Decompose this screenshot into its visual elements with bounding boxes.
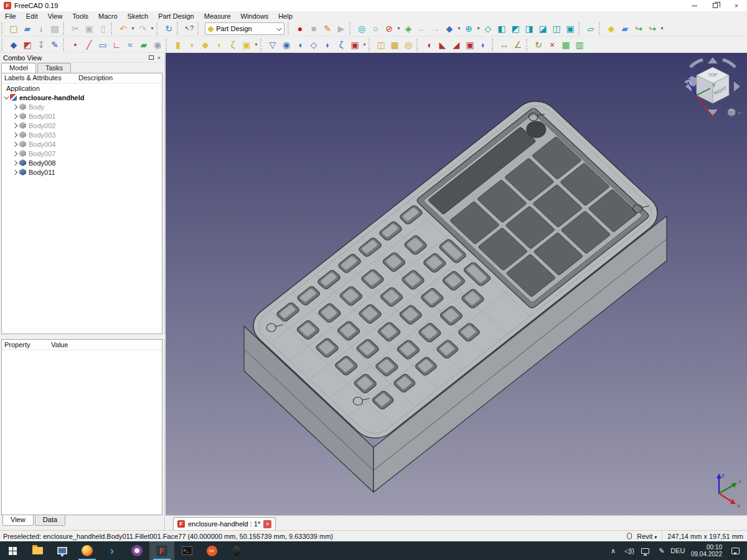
refresh-button[interactable]: ↻ <box>162 22 176 35</box>
tree-item-body[interactable]: Body <box>2 102 162 111</box>
additive-primitive-button[interactable]: ▣ <box>240 38 253 52</box>
measure-distance-button[interactable]: ▱ <box>584 22 598 35</box>
subtractive-pipe-button[interactable]: ◗ <box>321 38 334 52</box>
volume-icon[interactable]: ◁)) <box>622 547 636 555</box>
open-document-button[interactable]: ▰ <box>21 22 34 35</box>
subtractive-primitive-dropdown[interactable]: ▾ <box>362 38 367 52</box>
menu-measure[interactable]: Measure <box>199 12 236 21</box>
boolean-button[interactable]: ◐ <box>477 38 491 52</box>
chamfer-button[interactable]: ◣ <box>436 38 449 52</box>
nav-style-selector[interactable]: Revit ▾ <box>637 533 657 540</box>
tab-data[interactable]: Data <box>35 515 65 526</box>
tree-item-body008[interactable]: Body008 <box>2 158 162 167</box>
menu-part-design[interactable]: Part Design <box>153 12 199 21</box>
dock-close-button[interactable]: × <box>157 55 161 61</box>
pocket-button[interactable]: ▽ <box>266 38 280 52</box>
tree-item-body011[interactable]: Body011 <box>2 167 162 177</box>
view-axonometric-button[interactable]: ◇ <box>481 22 495 35</box>
polar-pattern-button[interactable]: ◎ <box>402 38 415 52</box>
macro-stop-button[interactable]: ■ <box>307 22 321 35</box>
zoom-tools-dropdown[interactable]: ▾ <box>476 22 481 35</box>
hole-button[interactable]: ◉ <box>280 38 293 52</box>
view-bottom-button[interactable]: ◫ <box>550 22 563 35</box>
menu-sketch[interactable]: Sketch <box>123 12 154 21</box>
whats-this-button[interactable]: ↖? <box>182 22 196 35</box>
pen-icon[interactable]: ✎ <box>655 547 669 555</box>
dock-splitter[interactable] <box>0 334 165 339</box>
view-right-button[interactable]: ◨ <box>522 22 536 35</box>
taskbar-screenshot-tool[interactable]: ✂ <box>199 541 224 560</box>
print-button[interactable]: ▤ <box>48 22 62 35</box>
taskbar-freecad[interactable]: F <box>149 541 174 560</box>
copy-button[interactable]: ▣ <box>82 22 96 35</box>
expand-icon[interactable] <box>12 123 17 128</box>
taskbar-start-button[interactable] <box>0 541 25 560</box>
taskbar-terminal[interactable]: >_ <box>174 541 199 560</box>
additive-primitive-dropdown[interactable]: ▾ <box>253 38 259 52</box>
menu-help[interactable]: Help <box>273 12 298 21</box>
taskbar-firefox[interactable] <box>75 541 100 560</box>
view-left-button[interactable]: ▣ <box>563 22 577 35</box>
edit-sketch-button[interactable]: ✎ <box>48 38 62 52</box>
menu-file[interactable]: File <box>0 12 21 21</box>
workbench-selector[interactable]: ◆Part Design <box>205 22 284 35</box>
keyboard-layout[interactable]: DEU <box>671 547 685 554</box>
redo-button[interactable]: ↷ <box>136 22 149 35</box>
view-front-button[interactable]: ◧ <box>495 22 509 35</box>
nav-back-button[interactable]: ← <box>415 22 429 35</box>
clock[interactable]: 00:10 09.04.2022 <box>687 544 726 558</box>
expand-icon[interactable] <box>12 151 17 156</box>
draft-button[interactable]: ◢ <box>449 38 463 52</box>
expand-icon[interactable] <box>12 141 17 146</box>
network-icon[interactable] <box>639 548 652 554</box>
measure-linear-button[interactable]: ↔ <box>497 38 511 52</box>
draw-style-dropdown[interactable]: ▾ <box>396 22 402 35</box>
measure-toggle-dimensions-button[interactable]: ▥ <box>573 38 586 52</box>
mirrored-button[interactable]: ◫ <box>374 38 388 52</box>
carbon-copy-button[interactable]: ◉ <box>151 38 164 52</box>
sketch-rectangle-button[interactable]: ▭ <box>96 38 110 52</box>
view-zoom-cube-button[interactable]: ◈ <box>402 22 415 35</box>
macro-play-button[interactable]: ▶ <box>334 22 348 35</box>
set-view-button[interactable]: ◆ <box>443 22 456 35</box>
menu-view[interactable]: View <box>43 12 68 21</box>
make-link-button[interactable]: ↪ <box>632 22 646 35</box>
menu-tools[interactable]: Tools <box>67 12 93 21</box>
view-top-button[interactable]: ◩ <box>509 22 522 35</box>
groove-button[interactable]: ◖ <box>293 38 307 52</box>
thickness-button[interactable]: ▣ <box>463 38 477 52</box>
collapse-icon[interactable] <box>4 94 9 99</box>
measure-angular-button[interactable]: ∠ <box>511 38 525 52</box>
measure-clear-all-button[interactable]: × <box>545 38 559 52</box>
make-sub-link-dropdown[interactable]: ▾ <box>659 22 665 35</box>
dock-float-button[interactable] <box>149 55 154 61</box>
expand-icon[interactable] <box>12 113 17 118</box>
tab-tasks[interactable]: Tasks <box>37 63 71 73</box>
tab-model[interactable]: Model <box>1 63 36 73</box>
tree-root-application[interactable]: Application <box>2 83 162 93</box>
expand-icon[interactable] <box>12 160 17 165</box>
revolution-button[interactable]: ◖ <box>185 38 199 52</box>
sketch-face-button[interactable]: ▰ <box>137 38 151 52</box>
document-tab[interactable]: F enclosure-handheld : 1* × <box>173 517 276 530</box>
macro-record-button[interactable]: ● <box>293 22 307 35</box>
tray-expand-icon[interactable]: ∧ <box>606 547 620 555</box>
restore-button[interactable] <box>705 0 726 11</box>
notifications-icon[interactable] <box>728 548 742 554</box>
create-sketch-button[interactable]: ◩ <box>21 38 34 52</box>
view-rear-button[interactable]: ◪ <box>536 22 550 35</box>
expand-icon[interactable] <box>12 169 17 174</box>
tree-item-body007[interactable]: Body007 <box>2 149 162 158</box>
paste-button[interactable]: ▯ <box>96 22 110 35</box>
measure-refresh-button[interactable]: ↻ <box>532 38 545 52</box>
nav-forward-button[interactable]: → <box>429 22 443 35</box>
attach-sketch-button[interactable]: ↧ <box>34 38 48 52</box>
subtractive-helix-button[interactable]: ζ <box>334 38 348 52</box>
new-document-button[interactable]: ▢ <box>7 22 21 35</box>
menu-edit[interactable]: Edit <box>21 12 43 21</box>
close-button[interactable]: × <box>726 0 747 11</box>
create-group-button[interactable]: ▰ <box>618 22 632 35</box>
taskbar-remote-desktop[interactable] <box>50 541 75 560</box>
tree-item-body002[interactable]: Body002 <box>2 121 162 130</box>
additive-helix-button[interactable]: ζ <box>226 38 240 52</box>
